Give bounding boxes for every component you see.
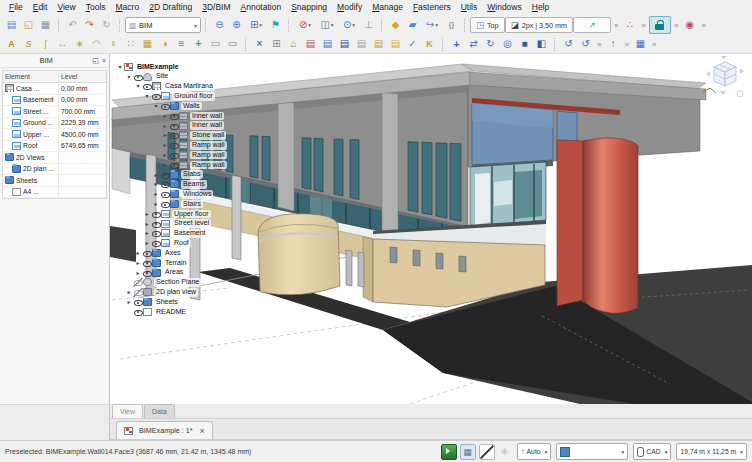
lock-toggle[interactable] [649, 16, 671, 34]
tree-item-site[interactable]: ▾Site [125, 72, 286, 82]
navigation-style-selector[interactable]: CAD ▾ [633, 443, 671, 460]
draft-point-array[interactable]: ∷ [122, 36, 139, 52]
tree-item-slabs[interactable]: ▸Slabs [152, 170, 286, 180]
table-row[interactable]: Street ...700,00 mm [3, 106, 106, 118]
menu-file[interactable]: File [4, 0, 28, 15]
navigation-cube[interactable] [703, 56, 744, 97]
menu-manage[interactable]: Manage [367, 0, 408, 15]
visibility-eye-icon[interactable] [142, 82, 152, 91]
ifc-explorer[interactable]: ⌂ [285, 36, 302, 52]
arch-stairs[interactable]: ≡ [173, 36, 190, 52]
tree-item-ramp-wall[interactable]: ▸Ramp wall [161, 150, 286, 160]
expand-arrow-icon[interactable]: ▾ [152, 103, 160, 109]
crosshair-toggle-icon[interactable] [479, 444, 495, 460]
expand-arrow-icon[interactable]: ▾ [134, 83, 142, 89]
measure-tool[interactable]: ⊥ [360, 17, 377, 33]
arch-frame[interactable]: ▭ [207, 36, 224, 52]
grid-toggle-icon[interactable]: ▦ [460, 444, 476, 460]
menu-snapping[interactable]: Snapping [286, 0, 332, 15]
zoom-selection[interactable]: ⊙▾ [338, 17, 360, 33]
tab-data[interactable]: Data [144, 404, 175, 418]
visibility-off-icon[interactable] [133, 278, 143, 287]
tree-item-casa-martirana[interactable]: ▾Casa Martirana [134, 82, 286, 92]
tree-item-basement[interactable]: ▸Basement [143, 229, 286, 239]
visibility-eye-icon[interactable] [169, 151, 179, 160]
working-plane-grid[interactable]: ▦ [632, 36, 649, 52]
bim-views[interactable]: ◫▾ [316, 17, 338, 33]
visibility-off-icon[interactable] [133, 288, 143, 297]
visibility-eye-icon[interactable] [160, 102, 170, 111]
visibility-eye-icon[interactable] [160, 170, 170, 179]
line-style-button[interactable]: ◪2px | 3,50 mm [505, 17, 573, 33]
menu-utils[interactable]: Utils [456, 0, 483, 15]
visibility-eye-icon[interactable] [151, 219, 161, 228]
visibility-eye-icon[interactable] [142, 249, 152, 258]
table-row[interactable]: Basement0,00 mm [3, 95, 106, 107]
tree-item-ground-floor[interactable]: ▾Ground floor [143, 91, 286, 101]
box-face[interactable]: ◧ [533, 36, 550, 52]
doc-blue[interactable]: ▤ [319, 36, 336, 52]
visibility-eye-icon[interactable] [169, 121, 179, 130]
table-row[interactable]: Roof6749,65 mm [3, 141, 106, 153]
expand-arrow-icon[interactable]: ▸ [161, 162, 169, 168]
column-element[interactable]: Element [3, 71, 59, 82]
overflow-chevron[interactable]: » [624, 40, 628, 49]
table-row[interactable]: 2D Views [3, 152, 106, 164]
overflow-chevron[interactable]: » [652, 40, 656, 49]
expand-arrow-icon[interactable]: ▸ [134, 250, 142, 256]
visibility-eye-icon[interactable] [151, 239, 161, 248]
workbench-selector[interactable]: ▥BIM▾ [125, 17, 201, 33]
overflow-chevron[interactable]: » [597, 40, 601, 49]
expand-arrow-icon[interactable]: ▸ [152, 191, 160, 197]
menu-3d-bim[interactable]: 3D/BIM [197, 0, 235, 15]
table-row[interactable]: Sheets [3, 175, 106, 187]
expand-arrow-icon[interactable]: ▾ [143, 93, 151, 99]
arch-panel[interactable]: + [190, 36, 207, 52]
fit-all[interactable]: ⊞▾ [245, 17, 267, 33]
menu-2d-drafting[interactable]: 2D Drafting [144, 0, 197, 15]
transform-rotate[interactable]: ↻ [482, 36, 499, 52]
doc-red[interactable]: ▤ [302, 36, 319, 52]
visibility-eye-icon[interactable] [160, 190, 170, 199]
tree-item-stone-wall[interactable]: ▸Stone wall [161, 131, 286, 141]
visibility-eye-icon[interactable] [151, 229, 161, 238]
rotate-left[interactable]: ↺ [560, 36, 577, 52]
tree-item-bimexample[interactable]: ▾BIMExample [116, 62, 286, 72]
float-panel-icon[interactable]: ◱ [92, 57, 99, 65]
table-row[interactable]: 2D plan ... [3, 164, 106, 176]
tree-item-stairs[interactable]: ▸Stairs [152, 199, 286, 209]
visibility-eye-icon[interactable] [169, 131, 179, 140]
expand-arrow-icon[interactable]: ▸ [152, 172, 160, 178]
menu-windows[interactable]: Windows [482, 0, 527, 15]
annotation-styles[interactable]: S [20, 36, 37, 52]
style-selector[interactable]: ▾ [556, 443, 628, 460]
expand-arrow-icon[interactable]: ▸ [143, 240, 151, 246]
table-row[interactable]: A4 ... [3, 187, 106, 199]
menu-annotation[interactable]: Annotation [236, 0, 287, 15]
tree-item-2d-plan-view[interactable]: ▸2D plan view [125, 287, 286, 297]
expand-arrow-icon[interactable]: ▸ [161, 113, 169, 119]
tree-item-terrain[interactable]: ▸Terrain [134, 258, 286, 268]
bim-box[interactable]: ◆ [387, 17, 404, 33]
expand-arrow-icon[interactable]: ▸ [143, 230, 151, 236]
expand-arrow-icon[interactable]: ▸ [161, 142, 169, 148]
menu-tools[interactable]: Tools [81, 0, 111, 15]
visibility-eye-icon[interactable] [169, 111, 179, 120]
draft-polar-array[interactable]: ◑ [156, 36, 173, 52]
visibility-eye-icon[interactable] [160, 200, 170, 209]
tree-item-readme[interactable]: README [125, 307, 286, 317]
stop-navigation[interactable]: ⊘▾ [294, 17, 316, 33]
expand-arrow-icon[interactable]: ▸ [161, 132, 169, 138]
visibility-eye-icon[interactable] [133, 307, 143, 316]
overflow-chevron[interactable]: » [642, 21, 646, 30]
visibility-eye-icon[interactable] [133, 72, 143, 81]
transform-orbit[interactable]: ◎ [499, 36, 516, 52]
macro-tool[interactable]: K [421, 36, 438, 52]
expand-arrow-icon[interactable]: ▾ [116, 64, 124, 70]
undo[interactable]: ↶ [64, 17, 81, 33]
expand-arrow-icon[interactable]: ▾ [125, 74, 133, 80]
tree-item-inner-wall[interactable]: ▸Inner wall [161, 121, 286, 131]
column-level[interactable]: Level [59, 73, 106, 80]
menu-help[interactable]: Help [527, 0, 554, 15]
visibility-eye-icon[interactable] [160, 180, 170, 189]
